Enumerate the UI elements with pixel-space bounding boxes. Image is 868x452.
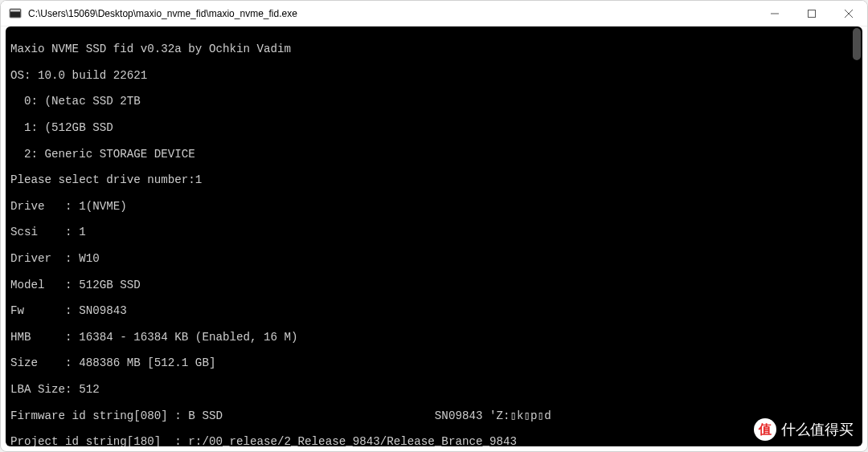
console-line: Drive : 1(NVME) bbox=[10, 200, 858, 213]
app-icon bbox=[9, 7, 22, 20]
svg-rect-1 bbox=[10, 10, 20, 12]
console-line: Size : 488386 MB [512.1 GB] bbox=[10, 356, 858, 369]
svg-rect-3 bbox=[809, 10, 816, 17]
minimize-button[interactable] bbox=[756, 1, 793, 26]
console-line: Model : 512GB SSD bbox=[10, 279, 858, 291]
console-line: HMB : 16384 - 16384 KB (Enabled, 16 M) bbox=[10, 331, 858, 344]
console-line: Fw : SN09843 bbox=[10, 304, 858, 317]
console-line: 2: Generic STORAGE DEVICE bbox=[10, 148, 858, 161]
close-button[interactable] bbox=[830, 1, 867, 26]
console-line: 1: (512GB SSD bbox=[10, 121, 858, 134]
window-title: C:\Users\15069\Desktop\maxio_nvme_fid\ma… bbox=[28, 8, 756, 19]
console-line: Please select drive number:1 bbox=[10, 173, 858, 186]
console-line: OS: 10.0 build 22621 bbox=[10, 69, 858, 82]
console-line: Maxio NVME SSD fid v0.32a by Ochkin Vadi… bbox=[10, 43, 858, 55]
scrollbar-thumb[interactable] bbox=[853, 28, 861, 60]
console-line: 0: (Netac SSD 2TB bbox=[10, 95, 858, 108]
console-scrollbar[interactable] bbox=[851, 26, 862, 446]
console-line: LBA Size: 512 bbox=[10, 383, 858, 396]
console-line: Firmware id string[080] : B SSD SN09843 … bbox=[10, 409, 858, 422]
window-controls bbox=[756, 1, 867, 26]
app-window: C:\Users\15069\Desktop\maxio_nvme_fid\ma… bbox=[0, 0, 868, 452]
console-line: Project id string[180] : r:/00_release/2… bbox=[10, 435, 858, 446]
maximize-button[interactable] bbox=[793, 1, 830, 26]
console-output[interactable]: Maxio NVME SSD fid v0.32a by Ochkin Vadi… bbox=[6, 26, 862, 446]
console-line: Driver : W10 bbox=[10, 252, 858, 265]
console-line: Scsi : 1 bbox=[10, 226, 858, 238]
titlebar[interactable]: C:\Users\15069\Desktop\maxio_nvme_fid\ma… bbox=[1, 1, 867, 26]
